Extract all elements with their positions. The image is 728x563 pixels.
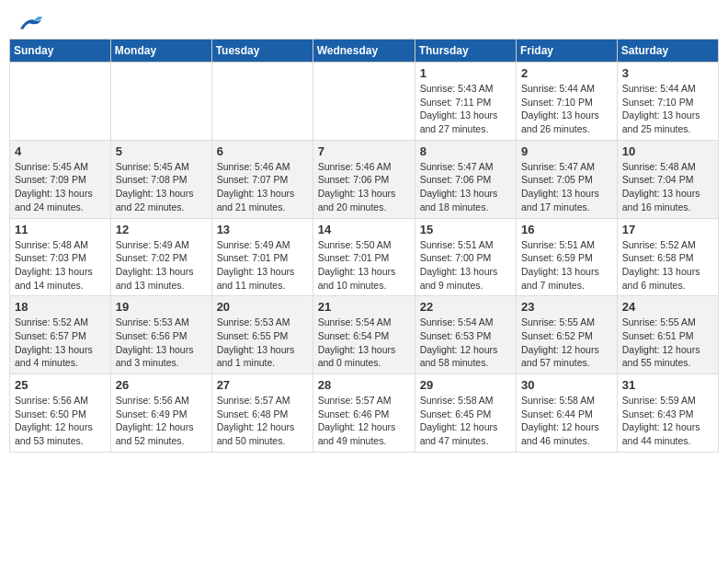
calendar-week-row: 18Sunrise: 5:52 AM Sunset: 6:57 PM Dayli…: [10, 296, 719, 374]
day-number: 13: [217, 223, 308, 236]
calendar-cell: 12Sunrise: 5:49 AM Sunset: 7:02 PM Dayli…: [110, 218, 211, 296]
day-detail: Sunrise: 5:44 AM Sunset: 7:10 PM Dayligh…: [622, 82, 713, 136]
calendar-cell: [10, 63, 111, 141]
calendar-cell: [313, 63, 415, 141]
calendar-cell: 3Sunrise: 5:44 AM Sunset: 7:10 PM Daylig…: [617, 63, 718, 141]
calendar-cell: 14Sunrise: 5:50 AM Sunset: 7:01 PM Dayli…: [313, 218, 415, 296]
day-detail: Sunrise: 5:45 AM Sunset: 7:08 PM Dayligh…: [116, 160, 207, 214]
calendar-cell: [110, 63, 211, 141]
day-number: 2: [521, 66, 612, 80]
calendar-cell: 7Sunrise: 5:46 AM Sunset: 7:06 PM Daylig…: [313, 140, 415, 218]
day-detail: Sunrise: 5:47 AM Sunset: 7:05 PM Dayligh…: [521, 160, 612, 214]
day-detail: Sunrise: 5:55 AM Sunset: 6:52 PM Dayligh…: [521, 316, 612, 370]
day-detail: Sunrise: 5:56 AM Sunset: 6:49 PM Dayligh…: [116, 394, 207, 448]
day-number: 20: [217, 300, 308, 314]
calendar-cell: 1Sunrise: 5:43 AM Sunset: 7:11 PM Daylig…: [415, 63, 516, 141]
day-number: 26: [116, 378, 207, 392]
calendar-cell: 5Sunrise: 5:45 AM Sunset: 7:08 PM Daylig…: [110, 140, 211, 218]
day-number: 18: [15, 300, 106, 314]
day-number: 6: [217, 144, 308, 158]
day-number: 5: [116, 144, 207, 158]
calendar-week-row: 25Sunrise: 5:56 AM Sunset: 6:50 PM Dayli…: [10, 374, 719, 453]
day-detail: Sunrise: 5:49 AM Sunset: 7:02 PM Dayligh…: [116, 238, 207, 293]
weekday-header-friday: Friday: [517, 40, 618, 63]
day-number: 25: [15, 378, 106, 392]
calendar-cell: 27Sunrise: 5:57 AM Sunset: 6:48 PM Dayli…: [211, 374, 313, 453]
day-detail: Sunrise: 5:51 AM Sunset: 6:59 PM Dayligh…: [521, 238, 612, 293]
day-number: 30: [521, 378, 612, 392]
day-detail: Sunrise: 5:52 AM Sunset: 6:58 PM Dayligh…: [622, 238, 713, 293]
day-number: 31: [622, 378, 713, 392]
day-detail: Sunrise: 5:51 AM Sunset: 7:00 PM Dayligh…: [420, 238, 511, 293]
day-detail: Sunrise: 5:57 AM Sunset: 6:46 PM Dayligh…: [318, 394, 410, 448]
calendar-cell: 15Sunrise: 5:51 AM Sunset: 7:00 PM Dayli…: [415, 218, 516, 296]
day-detail: Sunrise: 5:53 AM Sunset: 6:55 PM Dayligh…: [217, 316, 308, 370]
day-number: 21: [318, 300, 410, 314]
day-number: 11: [15, 223, 106, 236]
calendar-cell: 9Sunrise: 5:47 AM Sunset: 7:05 PM Daylig…: [517, 140, 618, 218]
day-number: 28: [318, 378, 410, 392]
day-detail: Sunrise: 5:58 AM Sunset: 6:45 PM Dayligh…: [420, 394, 511, 448]
calendar-header-row: SundayMondayTuesdayWednesdayThursdayFrid…: [10, 40, 719, 63]
day-detail: Sunrise: 5:44 AM Sunset: 7:10 PM Dayligh…: [521, 82, 612, 136]
calendar-cell: 8Sunrise: 5:47 AM Sunset: 7:06 PM Daylig…: [415, 140, 516, 218]
day-detail: Sunrise: 5:46 AM Sunset: 7:06 PM Dayligh…: [318, 160, 410, 214]
day-detail: Sunrise: 5:58 AM Sunset: 6:44 PM Dayligh…: [521, 394, 612, 448]
day-number: 8: [420, 144, 511, 158]
calendar-cell: 22Sunrise: 5:54 AM Sunset: 6:53 PM Dayli…: [415, 296, 516, 374]
calendar-cell: 30Sunrise: 5:58 AM Sunset: 6:44 PM Dayli…: [517, 374, 618, 453]
weekday-header-monday: Monday: [110, 40, 211, 63]
day-number: 27: [217, 378, 308, 392]
calendar-cell: 31Sunrise: 5:59 AM Sunset: 6:43 PM Dayli…: [617, 374, 718, 453]
calendar-week-row: 11Sunrise: 5:48 AM Sunset: 7:03 PM Dayli…: [10, 218, 719, 296]
day-number: 29: [420, 378, 511, 392]
logo: [17, 13, 44, 28]
calendar-cell: 24Sunrise: 5:55 AM Sunset: 6:51 PM Dayli…: [617, 296, 718, 374]
day-number: 16: [521, 223, 612, 236]
calendar-cell: [211, 63, 313, 141]
calendar-cell: 29Sunrise: 5:58 AM Sunset: 6:45 PM Dayli…: [415, 374, 516, 453]
day-number: 12: [116, 223, 207, 236]
weekday-header-thursday: Thursday: [415, 40, 516, 63]
day-number: 23: [521, 300, 612, 314]
day-detail: Sunrise: 5:45 AM Sunset: 7:09 PM Dayligh…: [15, 160, 106, 214]
calendar-week-row: 1Sunrise: 5:43 AM Sunset: 7:11 PM Daylig…: [10, 63, 719, 141]
calendar-cell: 25Sunrise: 5:56 AM Sunset: 6:50 PM Dayli…: [10, 374, 111, 453]
calendar-cell: 21Sunrise: 5:54 AM Sunset: 6:54 PM Dayli…: [313, 296, 415, 374]
day-number: 14: [318, 223, 410, 236]
calendar-cell: 20Sunrise: 5:53 AM Sunset: 6:55 PM Dayli…: [211, 296, 313, 374]
day-number: 3: [622, 66, 713, 80]
day-number: 17: [622, 223, 713, 236]
day-detail: Sunrise: 5:49 AM Sunset: 7:01 PM Dayligh…: [217, 238, 308, 293]
calendar-cell: 6Sunrise: 5:46 AM Sunset: 7:07 PM Daylig…: [211, 140, 313, 218]
day-number: 4: [15, 144, 106, 158]
day-number: 7: [318, 144, 410, 158]
weekday-header-wednesday: Wednesday: [313, 40, 415, 63]
calendar-cell: 17Sunrise: 5:52 AM Sunset: 6:58 PM Dayli…: [617, 218, 718, 296]
calendar-table: SundayMondayTuesdayWednesdayThursdayFrid…: [9, 39, 719, 453]
day-detail: Sunrise: 5:46 AM Sunset: 7:07 PM Dayligh…: [217, 160, 308, 214]
calendar-cell: 19Sunrise: 5:53 AM Sunset: 6:56 PM Dayli…: [110, 296, 211, 374]
day-detail: Sunrise: 5:48 AM Sunset: 7:04 PM Dayligh…: [622, 160, 713, 214]
day-detail: Sunrise: 5:57 AM Sunset: 6:48 PM Dayligh…: [217, 394, 308, 448]
page-header: [9, 9, 719, 31]
day-detail: Sunrise: 5:52 AM Sunset: 6:57 PM Dayligh…: [15, 316, 106, 370]
weekday-header-tuesday: Tuesday: [211, 40, 313, 63]
day-detail: Sunrise: 5:47 AM Sunset: 7:06 PM Dayligh…: [420, 160, 511, 214]
weekday-header-sunday: Sunday: [10, 40, 111, 63]
day-number: 19: [116, 300, 207, 314]
day-detail: Sunrise: 5:55 AM Sunset: 6:51 PM Dayligh…: [622, 316, 713, 370]
day-number: 22: [420, 300, 511, 314]
day-number: 9: [521, 144, 612, 158]
calendar-week-row: 4Sunrise: 5:45 AM Sunset: 7:09 PM Daylig…: [10, 140, 719, 218]
day-detail: Sunrise: 5:54 AM Sunset: 6:54 PM Dayligh…: [318, 316, 410, 370]
calendar-cell: 23Sunrise: 5:55 AM Sunset: 6:52 PM Dayli…: [517, 296, 618, 374]
day-number: 24: [622, 300, 713, 314]
calendar-cell: 4Sunrise: 5:45 AM Sunset: 7:09 PM Daylig…: [10, 140, 111, 218]
logo-bird-icon: [18, 13, 44, 33]
day-number: 10: [622, 144, 713, 158]
calendar-cell: 2Sunrise: 5:44 AM Sunset: 7:10 PM Daylig…: [517, 63, 618, 141]
day-detail: Sunrise: 5:56 AM Sunset: 6:50 PM Dayligh…: [15, 394, 106, 448]
day-detail: Sunrise: 5:48 AM Sunset: 7:03 PM Dayligh…: [15, 238, 106, 293]
calendar-cell: 10Sunrise: 5:48 AM Sunset: 7:04 PM Dayli…: [617, 140, 718, 218]
